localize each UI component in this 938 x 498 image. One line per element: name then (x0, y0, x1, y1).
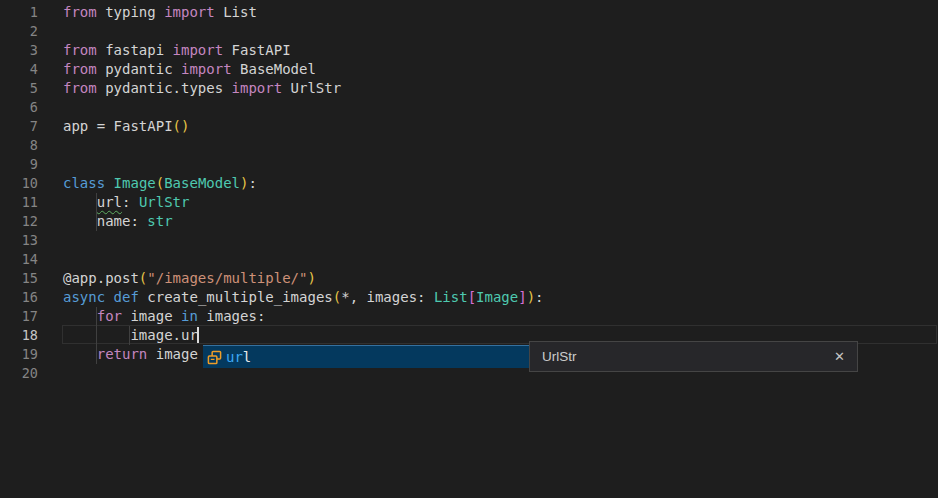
suggest-item-url[interactable]: url (203, 345, 529, 368)
code-line[interactable]: from fastapi import FastAPI (63, 41, 938, 60)
code-token: from (63, 61, 97, 77)
code-token: in (181, 308, 198, 324)
line-number: 13 (0, 231, 63, 250)
code-token: [ (468, 289, 476, 305)
code-token (105, 175, 113, 191)
code-token: for (97, 308, 122, 324)
code-token: List (215, 4, 257, 20)
code-token: : (535, 289, 543, 305)
code-token: fastapi (97, 42, 173, 58)
line-number: 3 (0, 41, 63, 60)
code-token: app = FastAPI (63, 118, 173, 134)
line-number: 10 (0, 174, 63, 193)
code-line[interactable] (63, 155, 938, 174)
code-token: () (173, 118, 190, 134)
code-line[interactable]: @app.post("/images/multiple/") (63, 269, 938, 288)
code-token: image (122, 308, 181, 324)
gutter: 1234567891011121314151617181920 (0, 3, 63, 383)
code-token: *, images: (341, 289, 434, 305)
line-number: 15 (0, 269, 63, 288)
code-line[interactable]: url: UrlStr (63, 193, 938, 212)
line-number: 12 (0, 212, 63, 231)
code-token (105, 289, 113, 305)
code-editor[interactable]: 1234567891011121314151617181920 from typ… (0, 0, 938, 498)
code-token (63, 194, 97, 210)
code-token: ) (527, 289, 535, 305)
code-token: : (248, 175, 256, 191)
code-lines[interactable]: from typing import Listfrom fastapi impo… (63, 3, 938, 383)
code-token: import (173, 42, 224, 58)
code-token: from (63, 4, 97, 20)
code-token: ) (307, 270, 315, 286)
suggest-details-panel: UrlStr ✕ (529, 341, 858, 372)
suggest-detail-text: UrlStr (542, 349, 834, 364)
code-token: create_multiple_images (139, 289, 333, 305)
code-token: pydantic (97, 61, 181, 77)
code-token: image.ur (63, 327, 198, 343)
code-line[interactable]: async def create_multiple_images(*, imag… (63, 288, 938, 307)
code-line[interactable] (63, 231, 938, 250)
line-number: 19 (0, 345, 63, 364)
line-number: 7 (0, 117, 63, 136)
code-token: "/images/multiple/" (147, 270, 307, 286)
code-token: from (63, 42, 97, 58)
code-line[interactable]: name: str (63, 212, 938, 231)
text-cursor (197, 327, 199, 343)
code-token: import (164, 4, 215, 20)
code-token: ( (156, 175, 164, 191)
code-token: BaseModel (232, 61, 316, 77)
line-number: 8 (0, 136, 63, 155)
field-icon (207, 350, 222, 365)
code-token: async (63, 289, 105, 305)
code-token: pydantic.types (97, 80, 232, 96)
line-number: 6 (0, 98, 63, 117)
indent-guide (96, 307, 97, 364)
code-token: import (232, 80, 283, 96)
code-token: ( (333, 289, 341, 305)
line-number: 16 (0, 288, 63, 307)
code-token: return (97, 346, 148, 362)
code-line[interactable]: from typing import List (63, 3, 938, 22)
suggest-item-label: url (226, 349, 251, 365)
indent-guide (129, 326, 130, 345)
line-number: 2 (0, 22, 63, 41)
code-token: Image (114, 175, 156, 191)
code-token: UrlStr (139, 194, 190, 210)
code-line[interactable] (63, 22, 938, 41)
code-token: List (434, 289, 468, 305)
code-line[interactable] (63, 250, 938, 269)
line-number: 9 (0, 155, 63, 174)
code-token (63, 346, 97, 362)
code-token: class (63, 175, 105, 191)
code-line[interactable]: from pydantic import BaseModel (63, 60, 938, 79)
code-token: import (181, 61, 232, 77)
code-token: BaseModel (164, 175, 240, 191)
code-token: @app.post (63, 270, 139, 286)
code-token: image (147, 346, 198, 362)
code-token: url (97, 194, 122, 210)
code-token: def (114, 289, 139, 305)
code-token: images: (198, 308, 265, 324)
code-line[interactable] (63, 136, 938, 155)
code-token: : (122, 194, 139, 210)
code-token: typing (97, 4, 164, 20)
code-line[interactable] (63, 98, 938, 117)
line-number: 11 (0, 193, 63, 212)
code-token: UrlStr (282, 80, 341, 96)
code-token: str (147, 213, 172, 229)
code-line[interactable]: class Image(BaseModel): (63, 174, 938, 193)
code-token (63, 308, 97, 324)
line-number: 17 (0, 307, 63, 326)
line-number: 5 (0, 79, 63, 98)
code-token: name: (63, 213, 147, 229)
code-token: Image (476, 289, 518, 305)
line-number: 14 (0, 250, 63, 269)
code-line[interactable]: for image in images: (63, 307, 938, 326)
line-number: 18 (0, 326, 63, 345)
line-number: 20 (0, 364, 63, 383)
code-token: FastAPI (223, 42, 290, 58)
code-token: ] (518, 289, 526, 305)
close-icon[interactable]: ✕ (834, 350, 845, 363)
code-line[interactable]: from pydantic.types import UrlStr (63, 79, 938, 98)
code-line[interactable]: app = FastAPI() (63, 117, 938, 136)
